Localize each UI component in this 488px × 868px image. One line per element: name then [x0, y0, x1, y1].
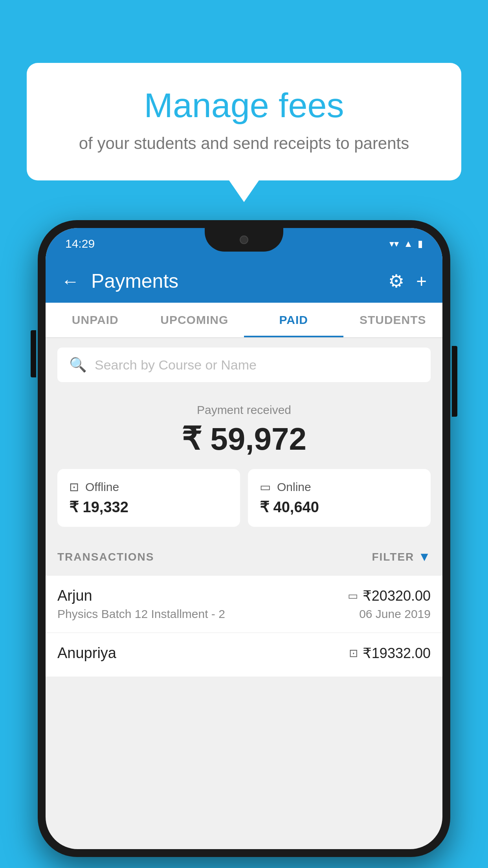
- amount-container: ⊡ ₹19332.00: [349, 645, 431, 662]
- transactions-label: TRANSACTIONS: [57, 551, 154, 563]
- table-row[interactable]: Arjun ▭ ₹20320.00 Physics Batch 12 Insta…: [46, 575, 442, 633]
- online-icon: ▭: [260, 480, 271, 494]
- phone-outer: 14:29 ▾▾ ▲ ▮ ← Payments ⚙ +: [38, 220, 450, 857]
- filter-icon: ▼: [418, 550, 431, 564]
- status-icons: ▾▾ ▲ ▮: [389, 238, 423, 249]
- offline-label: Offline: [85, 480, 119, 494]
- phone-screen: 14:29 ▾▾ ▲ ▮ ← Payments ⚙ +: [46, 228, 442, 849]
- transaction-amount: ₹20320.00: [363, 588, 431, 604]
- tab-bar: UNPAID UPCOMING PAID STUDENTS: [46, 303, 442, 338]
- filter-container[interactable]: FILTER ▼: [372, 550, 431, 564]
- search-bar[interactable]: 🔍 Search by Course or Name: [57, 348, 431, 382]
- table-row[interactable]: Anupriya ⊡ ₹19332.00: [46, 633, 442, 677]
- page-title: Payments: [91, 270, 376, 292]
- app-header: ← Payments ⚙ +: [46, 259, 442, 303]
- search-input[interactable]: Search by Course or Name: [95, 357, 257, 373]
- online-card-header: ▭ Online: [260, 480, 419, 494]
- amount-container: ▭ ₹20320.00: [348, 588, 431, 604]
- speech-bubble: Manage fees of your students and send re…: [27, 63, 461, 180]
- cash-icon: ⊡: [349, 647, 358, 660]
- search-icon: 🔍: [69, 357, 87, 373]
- offline-card-header: ⊡ Offline: [69, 480, 228, 494]
- payment-cards: ⊡ Offline ₹ 19,332 ▭ Online ₹ 40,640: [57, 469, 431, 527]
- signal-icon: ▲: [404, 238, 413, 249]
- wifi-icon: ▾▾: [389, 238, 399, 249]
- student-name: Arjun: [57, 587, 92, 604]
- credit-card-icon: ▭: [348, 589, 358, 602]
- filter-label: FILTER: [372, 551, 414, 563]
- transaction-bottom: Physics Batch 12 Installment - 2 06 June…: [57, 607, 431, 621]
- student-name: Anupriya: [57, 645, 116, 662]
- course-info: Physics Batch 12 Installment - 2: [57, 607, 225, 621]
- battery-icon: ▮: [418, 238, 423, 249]
- offline-card: ⊡ Offline ₹ 19,332: [57, 469, 240, 527]
- notch: [205, 228, 283, 252]
- tab-students[interactable]: STUDENTS: [343, 303, 443, 337]
- transaction-top: Arjun ▭ ₹20320.00: [57, 587, 431, 604]
- status-bar: 14:29 ▾▾ ▲ ▮: [46, 228, 442, 259]
- transaction-date: 06 June 2019: [359, 607, 431, 621]
- tab-paid[interactable]: PAID: [244, 303, 343, 337]
- online-card: ▭ Online ₹ 40,640: [248, 469, 431, 527]
- transaction-top: Anupriya ⊡ ₹19332.00: [57, 645, 431, 662]
- tab-upcoming[interactable]: UPCOMING: [145, 303, 244, 337]
- status-time: 14:29: [65, 237, 95, 250]
- add-icon[interactable]: +: [416, 270, 427, 292]
- payment-received-amount: ₹ 59,972: [57, 421, 431, 457]
- offline-icon: ⊡: [69, 480, 79, 494]
- tab-unpaid[interactable]: UNPAID: [46, 303, 145, 337]
- search-container: 🔍 Search by Course or Name: [46, 338, 442, 392]
- online-label: Online: [277, 480, 311, 494]
- payment-section: Payment received ₹ 59,972 ⊡ Offline ₹ 19…: [46, 392, 442, 539]
- online-amount: ₹ 40,640: [260, 498, 419, 516]
- phone-wrapper: 14:29 ▾▾ ▲ ▮ ← Payments ⚙ +: [38, 220, 450, 857]
- offline-amount: ₹ 19,332: [69, 498, 228, 516]
- camera-dot: [240, 235, 248, 244]
- bubble-subtitle: of your students and send receipts to pa…: [50, 134, 438, 153]
- transaction-amount: ₹19332.00: [363, 645, 431, 662]
- back-button[interactable]: ←: [61, 272, 79, 290]
- payment-received-label: Payment received: [57, 403, 431, 417]
- bubble-title: Manage fees: [50, 86, 438, 125]
- settings-icon[interactable]: ⚙: [388, 270, 404, 292]
- header-icons: ⚙ +: [388, 270, 427, 292]
- transactions-header: TRANSACTIONS FILTER ▼: [46, 539, 442, 575]
